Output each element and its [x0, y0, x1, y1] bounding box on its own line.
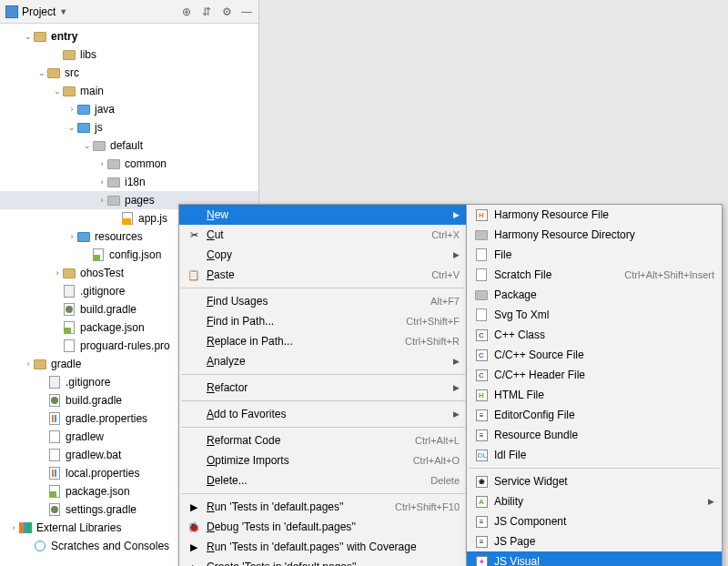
expand-arrow-icon[interactable]: ⌄	[83, 141, 92, 150]
expand-arrow-icon[interactable]: ›	[97, 177, 106, 187]
tree-item[interactable]: ›i18n	[0, 173, 258, 191]
menu-item[interactable]: 📋PasteCtrl+V	[179, 265, 467, 285]
menu-shortcut: Ctrl+Alt+Shift+Insert	[624, 269, 714, 280]
menu-item[interactable]: 🐞Debug 'Tests in 'default.pages''	[179, 517, 467, 537]
submenu-item-icon	[474, 288, 489, 301]
menu-shortcut: Ctrl+V	[431, 269, 460, 280]
submenu-item[interactable]: File	[467, 245, 722, 265]
menu-item[interactable]: Copy▶	[179, 245, 467, 265]
file-icon	[47, 430, 62, 443]
submenu-item[interactable]: ≡JS Component	[467, 511, 722, 531]
tree-item[interactable]: ·libs	[0, 45, 258, 64]
expand-arrow-icon[interactable]: ⌄	[53, 86, 62, 96]
submenu-arrow-icon: ▶	[450, 357, 460, 366]
menu-item[interactable]: ▶Run 'Tests in 'default.pages'' with Cov…	[179, 537, 467, 557]
collapse-icon[interactable]: ⇵	[200, 5, 213, 18]
panel-title: Project	[22, 5, 56, 18]
menu-item[interactable]: Delete...Delete	[179, 470, 467, 490]
menu-item[interactable]: Refactor▶	[179, 378, 467, 398]
submenu-item-icon	[474, 308, 489, 321]
file-icon	[62, 303, 76, 316]
tree-item[interactable]: ⌄src	[0, 64, 258, 82]
submenu-item[interactable]: HHarmony Resource File	[467, 205, 722, 225]
tree-item[interactable]: ›common	[0, 155, 258, 173]
menu-item[interactable]: Add to Favorites▶	[179, 404, 467, 424]
folder-icon	[62, 85, 76, 97]
tree-item[interactable]: ⌄main	[0, 82, 258, 100]
tree-item-label: libs	[80, 48, 96, 61]
expand-arrow-icon[interactable]: ›	[9, 523, 18, 532]
expand-arrow-icon[interactable]: ›	[53, 268, 62, 278]
tree-item[interactable]: ⌄default	[0, 136, 258, 155]
gear-icon[interactable]: ⚙	[220, 5, 233, 18]
menu-item[interactable]: Reformat CodeCtrl+Alt+L	[179, 430, 467, 450]
folder-icon	[62, 267, 76, 279]
file-icon	[47, 467, 62, 480]
menu-item[interactable]: New▶	[179, 205, 467, 225]
tree-item-label: local.properties	[66, 467, 139, 480]
tree-item[interactable]: ›java	[0, 100, 258, 118]
expand-arrow-icon[interactable]: ⌄	[37, 68, 46, 77]
hide-icon[interactable]: —	[240, 5, 253, 18]
menu-item-label: Add to Favorites	[207, 408, 450, 420]
submenu-item-label: C/C++ Header File	[494, 369, 714, 381]
menu-shortcut: Ctrl+Alt+L	[415, 435, 460, 446]
folder-icon	[62, 48, 76, 61]
menu-item-label: Find Usages	[207, 295, 421, 308]
scratch-icon	[33, 540, 47, 552]
submenu-item[interactable]: HHTML File	[467, 385, 722, 405]
expand-arrow-icon[interactable]: ›	[67, 105, 76, 114]
menu-item[interactable]: Find in Path...Ctrl+Shift+F	[179, 311, 467, 331]
menu-item[interactable]: Optimize ImportsCtrl+Alt+O	[179, 450, 467, 470]
menu-item[interactable]: ✂CutCtrl+X	[179, 225, 467, 245]
menu-item[interactable]: ⬅Create 'Tests in 'default.pages''...	[179, 557, 467, 566]
file-icon	[47, 376, 62, 389]
submenu-item[interactable]: ✦JS Visual	[467, 551, 722, 566]
expand-arrow-icon[interactable]: ⌄	[67, 123, 76, 132]
submenu-item[interactable]: CC/C++ Header File	[467, 365, 722, 385]
submenu-item-icon: ≡	[474, 515, 489, 528]
menu-item[interactable]: Replace in Path...Ctrl+Shift+R	[179, 331, 467, 351]
submenu-item[interactable]: Harmony Resource Directory	[467, 225, 722, 245]
submenu-item[interactable]: ≡Resource Bundle	[467, 425, 722, 445]
expand-arrow-icon[interactable]: ›	[24, 359, 33, 369]
submenu-item[interactable]: ≡EditorConfig File	[467, 405, 722, 425]
submenu-item[interactable]: AAbility▶	[467, 491, 722, 511]
menu-shortcut: Ctrl+Shift+F10	[395, 501, 460, 512]
tree-item[interactable]: ⌄js	[0, 118, 258, 136]
submenu-item[interactable]: ≡JS Page	[467, 531, 722, 551]
menu-item-label: Reformat Code	[207, 434, 406, 447]
submenu-item[interactable]: IDLIdl File	[467, 445, 722, 465]
menu-item[interactable]: ▶Run 'Tests in 'default.pages''Ctrl+Shif…	[179, 497, 467, 517]
library-icon	[18, 521, 33, 534]
submenu-item[interactable]: Svg To Xml	[467, 305, 722, 325]
tree-item-label: build.gradle	[80, 303, 136, 316]
submenu-item-label: C++ Class	[494, 328, 714, 341]
tree-item[interactable]: ⌄entry	[0, 27, 258, 45]
locate-icon[interactable]: ⊕	[180, 5, 193, 18]
submenu-item-icon: ≡	[474, 429, 489, 441]
menu-item-label: Refactor	[207, 381, 450, 394]
menu-item-label: New	[207, 208, 450, 221]
submenu-item-icon: ✦	[474, 555, 489, 566]
file-icon	[47, 412, 62, 425]
menu-item-label: Run 'Tests in 'default.pages'' with Cove…	[207, 541, 460, 553]
project-selector[interactable]: Project ▼	[5, 5, 180, 18]
expand-arrow-icon[interactable]: ⌄	[24, 32, 33, 41]
menu-item[interactable]: Find UsagesAlt+F7	[179, 291, 467, 311]
expand-arrow-icon[interactable]: ›	[97, 196, 106, 205]
context-menu: New▶✂CutCtrl+XCopy▶📋PasteCtrl+VFind Usag…	[178, 204, 468, 566]
menu-shortcut: Ctrl+Alt+O	[413, 455, 460, 466]
submenu-item-icon: IDL	[474, 449, 489, 461]
menu-separator	[181, 288, 465, 288]
tree-item-label: app.js	[138, 212, 167, 225]
submenu-item[interactable]: Scratch FileCtrl+Alt+Shift+Insert	[467, 265, 722, 285]
submenu-item[interactable]: ❀Service Widget	[467, 471, 722, 491]
tree-item-label: main	[80, 85, 104, 97]
submenu-item[interactable]: CC++ Class	[467, 325, 722, 345]
menu-item[interactable]: Analyze▶	[179, 351, 467, 371]
submenu-item[interactable]: CC/C++ Source File	[467, 345, 722, 365]
expand-arrow-icon[interactable]: ›	[97, 159, 106, 168]
expand-arrow-icon[interactable]: ›	[67, 232, 76, 241]
submenu-item[interactable]: Package	[467, 285, 722, 305]
